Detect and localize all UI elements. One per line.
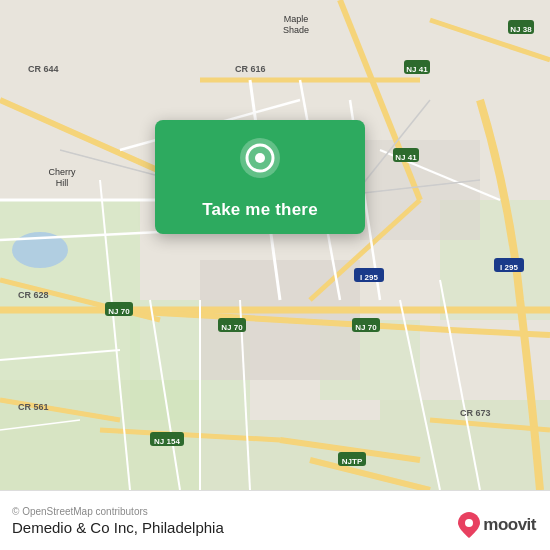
svg-text:NJ 70: NJ 70 [108,307,130,316]
location-card[interactable]: Take me there [155,120,365,234]
svg-text:CR 616: CR 616 [235,64,266,74]
svg-text:Hill: Hill [56,178,69,188]
svg-text:CR 628: CR 628 [18,290,49,300]
map-background: CR 644 Maple Shade NJ 41 NJ 38 CR 616 NJ… [0,0,550,490]
svg-rect-9 [360,140,480,240]
svg-text:I 295: I 295 [360,273,378,282]
map-container: CR 644 Maple Shade NJ 41 NJ 38 CR 616 NJ… [0,0,550,490]
location-pin-icon [238,138,282,190]
svg-text:Shade: Shade [283,25,309,35]
svg-text:NJ 70: NJ 70 [221,323,243,332]
svg-text:CR 561: CR 561 [18,402,49,412]
svg-text:CR 644: CR 644 [28,64,59,74]
bottom-bar: © OpenStreetMap contributors Demedio & C… [0,490,550,550]
svg-text:NJ 70: NJ 70 [355,323,377,332]
svg-text:NJ 154: NJ 154 [154,437,180,446]
moovit-logo: moovit [458,512,536,538]
moovit-pin-icon [458,512,480,538]
svg-text:NJ 41: NJ 41 [395,153,417,162]
svg-point-73 [465,519,473,527]
svg-text:CR 673: CR 673 [460,408,491,418]
moovit-label: moovit [483,515,536,535]
svg-text:NJ 41: NJ 41 [406,65,428,74]
take-me-there-button[interactable]: Take me there [202,200,318,220]
svg-text:NJ 38: NJ 38 [510,25,532,34]
svg-text:Maple: Maple [284,14,309,24]
svg-text:I 295: I 295 [500,263,518,272]
svg-text:NJTP: NJTP [342,457,363,466]
svg-text:Cherry: Cherry [48,167,76,177]
